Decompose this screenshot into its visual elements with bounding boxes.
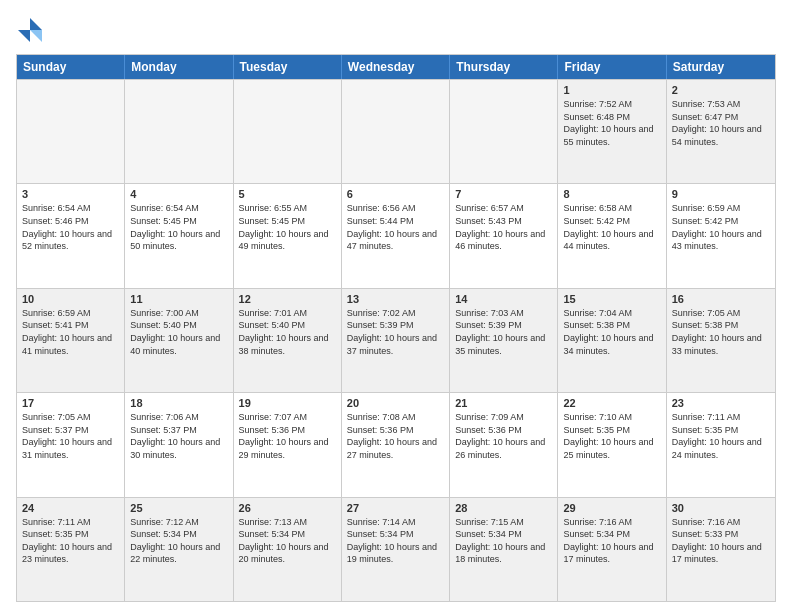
empty-cell xyxy=(450,80,558,183)
day-cell-18: 18Sunrise: 7:06 AMSunset: 5:37 PMDayligh… xyxy=(125,393,233,496)
header-day-friday: Friday xyxy=(558,55,666,79)
day-number: 30 xyxy=(672,502,770,514)
day-info: Sunrise: 7:01 AMSunset: 5:40 PMDaylight:… xyxy=(239,307,336,357)
day-info: Sunrise: 6:59 AMSunset: 5:41 PMDaylight:… xyxy=(22,307,119,357)
day-number: 27 xyxy=(347,502,444,514)
day-cell-23: 23Sunrise: 7:11 AMSunset: 5:35 PMDayligh… xyxy=(667,393,775,496)
day-number: 16 xyxy=(672,293,770,305)
logo-icon xyxy=(16,16,44,44)
header-day-saturday: Saturday xyxy=(667,55,775,79)
day-number: 13 xyxy=(347,293,444,305)
day-info: Sunrise: 7:15 AMSunset: 5:34 PMDaylight:… xyxy=(455,516,552,566)
header-day-monday: Monday xyxy=(125,55,233,79)
day-number: 19 xyxy=(239,397,336,409)
day-cell-20: 20Sunrise: 7:08 AMSunset: 5:36 PMDayligh… xyxy=(342,393,450,496)
day-info: Sunrise: 7:11 AMSunset: 5:35 PMDaylight:… xyxy=(22,516,119,566)
day-info: Sunrise: 6:54 AMSunset: 5:46 PMDaylight:… xyxy=(22,202,119,252)
day-cell-3: 3Sunrise: 6:54 AMSunset: 5:46 PMDaylight… xyxy=(17,184,125,287)
header-day-thursday: Thursday xyxy=(450,55,558,79)
day-cell-2: 2Sunrise: 7:53 AMSunset: 6:47 PMDaylight… xyxy=(667,80,775,183)
day-cell-21: 21Sunrise: 7:09 AMSunset: 5:36 PMDayligh… xyxy=(450,393,558,496)
day-info: Sunrise: 7:02 AMSunset: 5:39 PMDaylight:… xyxy=(347,307,444,357)
day-number: 22 xyxy=(563,397,660,409)
header-day-tuesday: Tuesday xyxy=(234,55,342,79)
day-number: 7 xyxy=(455,188,552,200)
day-number: 21 xyxy=(455,397,552,409)
day-number: 26 xyxy=(239,502,336,514)
day-info: Sunrise: 7:10 AMSunset: 5:35 PMDaylight:… xyxy=(563,411,660,461)
day-info: Sunrise: 7:53 AMSunset: 6:47 PMDaylight:… xyxy=(672,98,770,148)
day-number: 6 xyxy=(347,188,444,200)
day-info: Sunrise: 7:16 AMSunset: 5:33 PMDaylight:… xyxy=(672,516,770,566)
day-cell-1: 1Sunrise: 7:52 AMSunset: 6:48 PMDaylight… xyxy=(558,80,666,183)
day-number: 5 xyxy=(239,188,336,200)
day-cell-10: 10Sunrise: 6:59 AMSunset: 5:41 PMDayligh… xyxy=(17,289,125,392)
header xyxy=(16,16,776,44)
day-number: 17 xyxy=(22,397,119,409)
day-info: Sunrise: 6:59 AMSunset: 5:42 PMDaylight:… xyxy=(672,202,770,252)
day-info: Sunrise: 6:55 AMSunset: 5:45 PMDaylight:… xyxy=(239,202,336,252)
day-cell-8: 8Sunrise: 6:58 AMSunset: 5:42 PMDaylight… xyxy=(558,184,666,287)
day-info: Sunrise: 7:08 AMSunset: 5:36 PMDaylight:… xyxy=(347,411,444,461)
day-info: Sunrise: 7:04 AMSunset: 5:38 PMDaylight:… xyxy=(563,307,660,357)
day-number: 12 xyxy=(239,293,336,305)
day-cell-25: 25Sunrise: 7:12 AMSunset: 5:34 PMDayligh… xyxy=(125,498,233,601)
day-info: Sunrise: 7:00 AMSunset: 5:40 PMDaylight:… xyxy=(130,307,227,357)
svg-marker-0 xyxy=(30,18,42,30)
day-cell-29: 29Sunrise: 7:16 AMSunset: 5:34 PMDayligh… xyxy=(558,498,666,601)
day-number: 24 xyxy=(22,502,119,514)
day-cell-5: 5Sunrise: 6:55 AMSunset: 5:45 PMDaylight… xyxy=(234,184,342,287)
day-number: 18 xyxy=(130,397,227,409)
page: SundayMondayTuesdayWednesdayThursdayFrid… xyxy=(0,0,792,612)
day-cell-6: 6Sunrise: 6:56 AMSunset: 5:44 PMDaylight… xyxy=(342,184,450,287)
day-cell-17: 17Sunrise: 7:05 AMSunset: 5:37 PMDayligh… xyxy=(17,393,125,496)
calendar-row-2: 3Sunrise: 6:54 AMSunset: 5:46 PMDaylight… xyxy=(17,183,775,287)
empty-cell xyxy=(342,80,450,183)
svg-marker-1 xyxy=(18,30,30,42)
day-info: Sunrise: 7:13 AMSunset: 5:34 PMDaylight:… xyxy=(239,516,336,566)
day-info: Sunrise: 7:52 AMSunset: 6:48 PMDaylight:… xyxy=(563,98,660,148)
day-cell-14: 14Sunrise: 7:03 AMSunset: 5:39 PMDayligh… xyxy=(450,289,558,392)
day-number: 9 xyxy=(672,188,770,200)
day-number: 15 xyxy=(563,293,660,305)
day-number: 8 xyxy=(563,188,660,200)
day-info: Sunrise: 7:05 AMSunset: 5:38 PMDaylight:… xyxy=(672,307,770,357)
day-number: 29 xyxy=(563,502,660,514)
day-number: 11 xyxy=(130,293,227,305)
day-number: 2 xyxy=(672,84,770,96)
day-number: 1 xyxy=(563,84,660,96)
day-cell-7: 7Sunrise: 6:57 AMSunset: 5:43 PMDaylight… xyxy=(450,184,558,287)
day-info: Sunrise: 7:09 AMSunset: 5:36 PMDaylight:… xyxy=(455,411,552,461)
calendar-body: 1Sunrise: 7:52 AMSunset: 6:48 PMDaylight… xyxy=(17,79,775,601)
logo xyxy=(16,16,48,44)
day-info: Sunrise: 6:57 AMSunset: 5:43 PMDaylight:… xyxy=(455,202,552,252)
empty-cell xyxy=(234,80,342,183)
day-info: Sunrise: 7:14 AMSunset: 5:34 PMDaylight:… xyxy=(347,516,444,566)
day-number: 3 xyxy=(22,188,119,200)
day-info: Sunrise: 6:54 AMSunset: 5:45 PMDaylight:… xyxy=(130,202,227,252)
day-number: 25 xyxy=(130,502,227,514)
empty-cell xyxy=(125,80,233,183)
day-info: Sunrise: 7:06 AMSunset: 5:37 PMDaylight:… xyxy=(130,411,227,461)
day-cell-22: 22Sunrise: 7:10 AMSunset: 5:35 PMDayligh… xyxy=(558,393,666,496)
day-info: Sunrise: 7:11 AMSunset: 5:35 PMDaylight:… xyxy=(672,411,770,461)
calendar-header: SundayMondayTuesdayWednesdayThursdayFrid… xyxy=(17,55,775,79)
day-info: Sunrise: 7:12 AMSunset: 5:34 PMDaylight:… xyxy=(130,516,227,566)
day-number: 20 xyxy=(347,397,444,409)
svg-marker-2 xyxy=(30,30,42,42)
day-cell-24: 24Sunrise: 7:11 AMSunset: 5:35 PMDayligh… xyxy=(17,498,125,601)
day-number: 23 xyxy=(672,397,770,409)
day-info: Sunrise: 7:16 AMSunset: 5:34 PMDaylight:… xyxy=(563,516,660,566)
calendar-row-3: 10Sunrise: 6:59 AMSunset: 5:41 PMDayligh… xyxy=(17,288,775,392)
day-cell-11: 11Sunrise: 7:00 AMSunset: 5:40 PMDayligh… xyxy=(125,289,233,392)
day-info: Sunrise: 6:56 AMSunset: 5:44 PMDaylight:… xyxy=(347,202,444,252)
day-cell-26: 26Sunrise: 7:13 AMSunset: 5:34 PMDayligh… xyxy=(234,498,342,601)
day-cell-15: 15Sunrise: 7:04 AMSunset: 5:38 PMDayligh… xyxy=(558,289,666,392)
day-cell-16: 16Sunrise: 7:05 AMSunset: 5:38 PMDayligh… xyxy=(667,289,775,392)
day-info: Sunrise: 6:58 AMSunset: 5:42 PMDaylight:… xyxy=(563,202,660,252)
calendar-row-4: 17Sunrise: 7:05 AMSunset: 5:37 PMDayligh… xyxy=(17,392,775,496)
day-number: 14 xyxy=(455,293,552,305)
day-cell-30: 30Sunrise: 7:16 AMSunset: 5:33 PMDayligh… xyxy=(667,498,775,601)
calendar-row-5: 24Sunrise: 7:11 AMSunset: 5:35 PMDayligh… xyxy=(17,497,775,601)
day-cell-27: 27Sunrise: 7:14 AMSunset: 5:34 PMDayligh… xyxy=(342,498,450,601)
